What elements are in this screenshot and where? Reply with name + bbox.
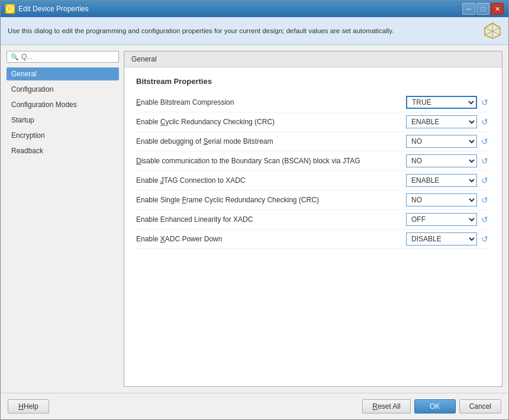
footer-right: Reset All OK Cancel — [362, 399, 501, 413]
sidebar: 🔍 General Configuration Configuration Mo… — [7, 51, 119, 387]
property-select-7[interactable]: DISABLE ENABLE — [406, 232, 477, 245]
maximize-button[interactable]: □ — [476, 3, 489, 15]
property-select-1[interactable]: ENABLE DISABLE — [406, 115, 477, 128]
property-label-4: Enable JTAG Connection to XADC — [136, 176, 406, 185]
close-button[interactable]: ✕ — [491, 3, 504, 15]
property-controls-4: ENABLE DISABLE ↺ — [406, 174, 490, 187]
property-row: Disable communication to the Boundary Sc… — [136, 151, 490, 171]
property-controls-0: TRUE FALSE ↺ — [406, 96, 490, 109]
property-label-7: Enable XADC Power Down — [136, 235, 406, 243]
main-window: Edit Device Properties ─ □ ✕ Use this di… — [0, 0, 509, 420]
reset-button-5[interactable]: ↺ — [479, 195, 490, 205]
section-title: Bitstream Properties — [136, 77, 490, 86]
property-controls-5: NO YES ↺ — [406, 193, 490, 206]
property-row: Enable Cyclic Redundancy Checking (CRC) … — [136, 112, 490, 132]
reset-button-0[interactable]: ↺ — [479, 97, 490, 108]
main-content: 🔍 General Configuration Configuration Mo… — [1, 45, 508, 393]
cancel-button[interactable]: Cancel — [459, 399, 501, 413]
sidebar-item-configuration-modes[interactable]: Configuration Modes — [7, 98, 119, 111]
search-box[interactable]: 🔍 — [7, 51, 119, 63]
sidebar-item-readback[interactable]: Readback — [7, 144, 119, 157]
sidebar-item-general[interactable]: General — [7, 67, 119, 80]
minimize-button[interactable]: ─ — [462, 3, 475, 15]
help-button[interactable]: HHelp — [8, 399, 49, 413]
titlebar-icon — [5, 4, 15, 14]
search-input[interactable] — [21, 53, 115, 61]
reset-button-2[interactable]: ↺ — [479, 136, 490, 147]
sidebar-item-startup[interactable]: Startup — [7, 114, 119, 127]
content-header: General — [124, 51, 502, 67]
content-body: Bitstream Properties Enable Bitstream Co… — [124, 67, 502, 386]
property-label-3: Disable communication to the Boundary Sc… — [136, 157, 406, 165]
property-row: Enable Bitstream Compression TRUE FALSE … — [136, 93, 490, 112]
reset-button-6[interactable]: ↺ — [479, 214, 490, 225]
reset-all-button[interactable]: Reset All — [362, 399, 410, 413]
property-label-5: Enable Single Frame Cyclic Redundancy Ch… — [136, 196, 406, 204]
reset-button-3[interactable]: ↺ — [479, 156, 490, 166]
property-select-2[interactable]: NO YES — [406, 135, 477, 148]
info-bar-text: Use this dialog to edit the programming … — [8, 27, 484, 34]
property-label-6: Enable Enhanced Linearity for XADC — [136, 215, 406, 224]
footer: HHelp Reset All OK Cancel — [1, 393, 508, 419]
property-label-2: Enable debugging of Serial mode Bitstrea… — [136, 137, 406, 146]
vivado-logo — [484, 22, 501, 40]
reset-button-4[interactable]: ↺ — [479, 175, 490, 186]
reset-button-7[interactable]: ↺ — [479, 234, 490, 244]
property-select-6[interactable]: OFF ON — [406, 213, 477, 226]
property-row: Enable Single Frame Cyclic Redundancy Ch… — [136, 190, 490, 210]
footer-left: HHelp — [8, 399, 49, 413]
property-select-0[interactable]: TRUE FALSE — [406, 96, 477, 109]
property-controls-7: DISABLE ENABLE ↺ — [406, 232, 490, 245]
property-row: Enable Enhanced Linearity for XADC OFF O… — [136, 210, 490, 230]
property-controls-3: NO YES ↺ — [406, 154, 490, 167]
property-label-1: Enable Cyclic Redundancy Checking (CRC) — [136, 118, 406, 126]
content-panel: General Bitstream Properties Enable Bits… — [124, 51, 502, 387]
titlebar: Edit Device Properties ─ □ ✕ — [1, 1, 508, 17]
sidebar-item-encryption[interactable]: Encryption — [7, 129, 119, 142]
svg-point-2 — [9, 9, 11, 11]
sidebar-item-configuration[interactable]: Configuration — [7, 83, 119, 96]
property-select-3[interactable]: NO YES — [406, 154, 477, 167]
property-controls-6: OFF ON ↺ — [406, 213, 490, 226]
property-select-4[interactable]: ENABLE DISABLE — [406, 174, 477, 187]
property-select-5[interactable]: NO YES — [406, 193, 477, 206]
titlebar-controls: ─ □ ✕ — [462, 3, 504, 15]
property-controls-1: ENABLE DISABLE ↺ — [406, 115, 490, 128]
property-label-0: Enable Bitstream Compression — [136, 98, 406, 106]
property-row: Enable JTAG Connection to XADC ENABLE DI… — [136, 171, 490, 190]
ok-button[interactable]: OK — [414, 399, 456, 413]
reset-button-1[interactable]: ↺ — [479, 117, 490, 127]
property-controls-2: NO YES ↺ — [406, 135, 490, 148]
info-bar: Use this dialog to edit the programming … — [1, 17, 508, 45]
titlebar-title: Edit Device Properties — [18, 5, 462, 13]
property-row: Enable XADC Power Down DISABLE ENABLE ↺ — [136, 230, 490, 249]
search-icon: 🔍 — [11, 53, 19, 61]
property-row: Enable debugging of Serial mode Bitstrea… — [136, 132, 490, 151]
